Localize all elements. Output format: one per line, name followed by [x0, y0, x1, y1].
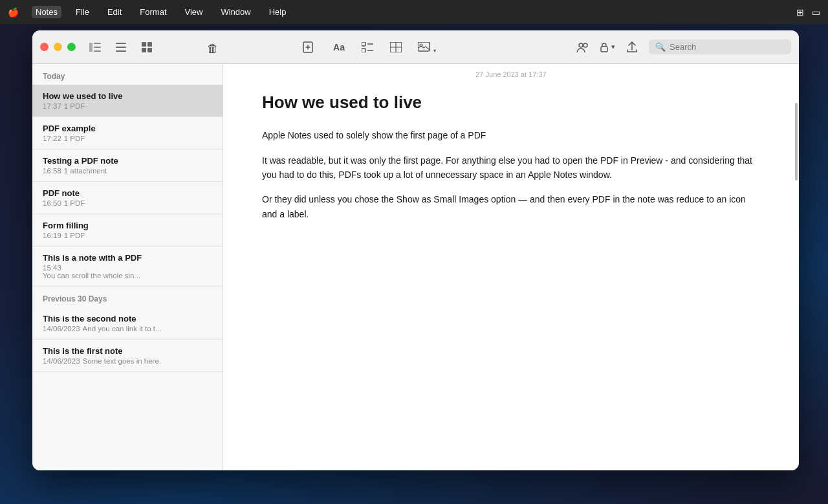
svg-rect-7: [142, 42, 146, 47]
note-title-3: Testing a PDF note: [43, 156, 212, 166]
svg-rect-4: [116, 43, 126, 44]
note-item-2[interactable]: PDF example 17:22 1 PDF: [32, 117, 223, 149]
note-item-6[interactable]: This is a note with a PDF 15:43 You can …: [32, 247, 223, 287]
svg-rect-8: [147, 42, 152, 47]
search-icon: 🔍: [655, 42, 666, 52]
note-title-display: How we used to live: [262, 93, 760, 113]
previous-section-header: Previous 30 Days: [32, 287, 223, 307]
note-title-4: PDF note: [43, 188, 212, 198]
note-item-7[interactable]: This is the second note 14/06/2023 And y…: [32, 307, 223, 340]
note-title-1: How we used to live: [43, 91, 212, 101]
delete-icon[interactable]: 🗑: [204, 39, 222, 58]
lock-button[interactable]: ▾: [600, 42, 615, 52]
note-meta-5: 16:19 1 PDF: [43, 232, 212, 239]
svg-rect-3: [94, 50, 101, 52]
format-text-icon[interactable]: Aa: [330, 38, 348, 56]
image-icon[interactable]: ▾: [415, 38, 433, 56]
new-note-button[interactable]: [296, 36, 320, 59]
svg-rect-9: [142, 48, 146, 52]
note-item-8[interactable]: This is the first note 14/06/2023 Some t…: [32, 340, 223, 372]
note-meta-6: 15:43: [43, 264, 212, 272]
svg-rect-1: [94, 43, 101, 44]
toolbar-right: ▾ 🔍: [574, 38, 791, 56]
note-editor: 27 June 2023 at 17:37 How we used to liv…: [223, 64, 799, 470]
menu-view[interactable]: View: [181, 6, 207, 18]
apple-menu[interactable]: 🍎: [8, 7, 19, 17]
menu-help[interactable]: Help: [265, 6, 290, 18]
search-bar[interactable]: 🔍: [649, 39, 791, 54]
svg-rect-5: [116, 47, 126, 48]
svg-rect-18: [418, 42, 430, 51]
svg-rect-10: [147, 48, 152, 52]
note-meta-1: 17:37 1 PDF: [43, 102, 212, 110]
note-editor-wrapper: 27 June 2023 at 17:37 How we used to liv…: [223, 64, 799, 470]
note-item-5[interactable]: Form filling 16:19 1 PDF: [32, 214, 223, 247]
share-icon[interactable]: [623, 38, 641, 56]
note-body[interactable]: How we used to live Apple Notes used to …: [223, 82, 799, 470]
menu-edit[interactable]: Edit: [104, 6, 125, 18]
grid-view-icon[interactable]: [138, 38, 156, 56]
note-title-2: PDF example: [43, 124, 212, 133]
menu-bar-right: ⊞ ▭: [796, 7, 820, 17]
note-title-8: This is the first note: [43, 346, 212, 356]
svg-point-20: [579, 43, 583, 47]
table-icon[interactable]: [387, 38, 405, 56]
menu-file[interactable]: File: [72, 6, 93, 18]
svg-rect-0: [89, 43, 93, 52]
note-meta-4: 16:50 1 PDF: [43, 199, 212, 207]
note-item-3[interactable]: Testing a PDF note 16:58 1 attachment: [32, 149, 223, 182]
note-meta-8: 14/06/2023 Some text goes in here.: [43, 357, 212, 365]
note-paragraph-2: It was readable, but it was only the fir…: [262, 153, 760, 182]
maximize-button[interactable]: [67, 43, 76, 51]
menu-window[interactable]: Window: [217, 6, 254, 18]
traffic-lights: [40, 43, 76, 51]
scrollbar-thumb[interactable]: [795, 103, 798, 181]
note-paragraph-1: Apple Notes used to solely show the firs…: [262, 128, 760, 142]
fullscreen-icon[interactable]: ⊞: [796, 7, 804, 17]
sidebar-toggle-icon[interactable]: [86, 38, 104, 56]
note-title-6: This is a note with a PDF: [43, 253, 212, 263]
note-meta-3: 16:58 1 attachment: [43, 167, 212, 175]
today-section-header: Today: [32, 64, 223, 85]
note-item-4[interactable]: PDF note 16:50 1 PDF: [32, 182, 223, 214]
menu-notes[interactable]: Notes: [32, 6, 61, 18]
note-meta-2: 17:22 1 PDF: [43, 135, 212, 142]
collaborate-icon[interactable]: [574, 38, 592, 56]
main-content: Today How we used to live 17:37 1 PDF PD…: [32, 64, 799, 470]
svg-rect-22: [601, 47, 607, 52]
note-paragraph-3: Or they did unless you chose the Show as…: [262, 192, 760, 221]
svg-rect-2: [94, 47, 101, 48]
note-preview-6: You can scroll the whole sin...: [43, 272, 198, 279]
toolbar-left: [86, 38, 156, 56]
note-item-1[interactable]: How we used to live 17:37 1 PDF: [32, 85, 223, 117]
svg-point-21: [583, 43, 587, 47]
minimize-button[interactable]: [54, 43, 62, 51]
checklist-icon[interactable]: [358, 38, 376, 56]
svg-rect-12: [362, 49, 365, 52]
list-view-icon[interactable]: [112, 38, 130, 56]
toolbar: 🗑 Aa: [32, 30, 799, 64]
search-input[interactable]: [670, 42, 785, 52]
svg-rect-6: [116, 50, 126, 52]
note-title-7: This is the second note: [43, 314, 212, 323]
close-button[interactable]: [40, 43, 49, 51]
menu-bar: 🍎 Notes File Edit Format View Window Hel…: [0, 0, 828, 24]
note-meta-7: 14/06/2023 And you can link it to t...: [43, 325, 212, 333]
svg-rect-11: [362, 42, 365, 46]
app-window: 🗑 Aa: [32, 30, 799, 470]
sidebar: Today How we used to live 17:37 1 PDF PD…: [32, 64, 223, 470]
airplay-icon[interactable]: ▭: [812, 7, 820, 17]
note-title-5: Form filling: [43, 221, 212, 230]
menu-format[interactable]: Format: [136, 6, 170, 18]
note-timestamp: 27 June 2023 at 17:37: [223, 64, 799, 82]
